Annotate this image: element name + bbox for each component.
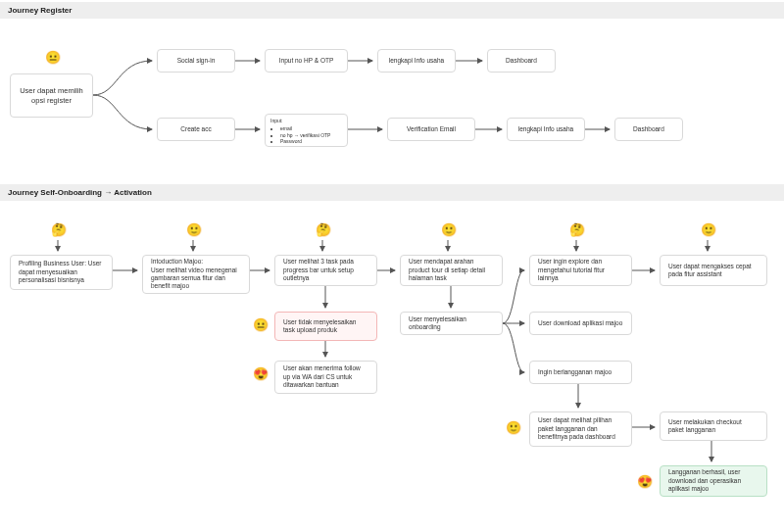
emoji-col2: 🙂 (186, 223, 202, 236)
node-ob-c5d: User dapat melihat pilihan paket langgan… (529, 411, 632, 447)
node-ob-c4a: User menyelesaikan onboarding (400, 312, 503, 335)
wires-section-1 (0, 0, 784, 167)
node-lengkapi-1: lengkapi Info usaha (377, 49, 456, 73)
emoji-c6c: 😍 (637, 475, 653, 488)
emoji-col6: 🙂 (701, 223, 716, 236)
node-ob-c4: User mendapat arahan product tour di set… (400, 255, 503, 286)
node-ob-c2: Intoduction Majoo: User melihat video me… (142, 255, 250, 294)
emoji-col3: 🤔 (316, 223, 331, 236)
node-ob-c5c: Ingin berlangganan majoo (529, 361, 632, 384)
node-ob-c3a: User tidak menyelesaikan task upload pro… (274, 312, 377, 341)
node-ob-c5b: User download aplikasi majoo (529, 312, 632, 335)
node-dashboard-1: Dashboard (487, 49, 556, 73)
emoji-c3a: 😐 (253, 318, 269, 331)
node-ob-c3b: User akan menerima follow up via WA dari… (274, 361, 377, 394)
emoji-col1: 🤔 (51, 223, 67, 236)
node-ob-c6b: User melakukan checkout paket langganan (660, 411, 767, 441)
input-header: Input: (270, 118, 283, 123)
node-lengkapi-2: lengkapi Info usaha (507, 118, 585, 141)
input-pw: Password (280, 138, 342, 144)
node-verif-email: Verification Email (387, 118, 475, 141)
emoji-col5: 🤔 (569, 223, 585, 236)
emoji-neutral-1: 😐 (45, 51, 61, 64)
section-title-onboarding: Journey Self-Onboarding → Activation (0, 184, 784, 201)
node-dashboard-2: Dashboard (614, 118, 683, 141)
node-ob-c3: User melihat 3 task pada progress bar un… (274, 255, 377, 286)
node-ob-c6a: User dapat mengakses cepat pada fitur as… (660, 255, 767, 286)
node-ob-c1: Profiling Business User: User dapat meny… (10, 255, 113, 290)
node-create-acc: Create acc (157, 118, 235, 141)
node-ob-c6c: Langganan berhasil, user download dan op… (660, 465, 767, 497)
emoji-col4: 🙂 (441, 223, 457, 236)
node-ob-c5a: User ingin explore dan mengetahui tutori… (529, 255, 632, 286)
node-input-otp: Input no HP & OTP (265, 49, 348, 73)
node-register-start: User dapat memilih opsi register (10, 73, 93, 118)
node-social-signin: Social sign-in (157, 49, 235, 73)
emoji-c3b: 😍 (253, 367, 269, 380)
emoji-c5d: 🙂 (506, 421, 521, 434)
section-title-register: Journey Register (0, 2, 784, 19)
node-input-details: Input: email no hp → verifikasi OTP Pass… (265, 114, 348, 147)
